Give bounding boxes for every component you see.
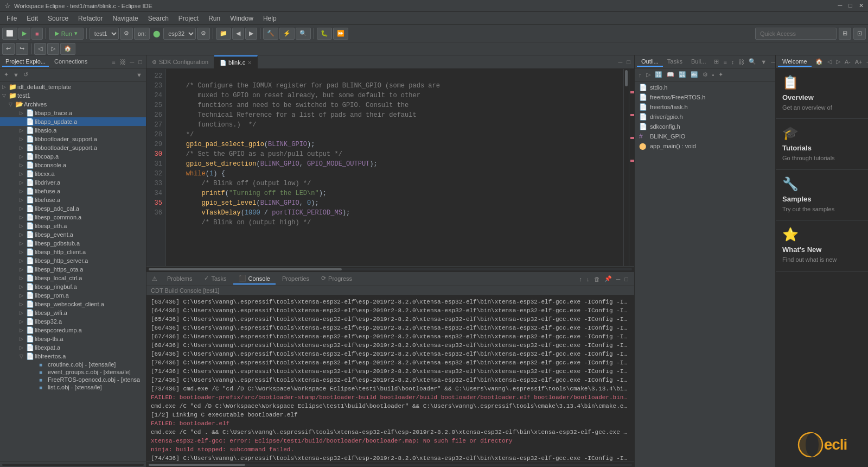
- otb9[interactable]: ✦: [717, 71, 725, 79]
- toggle-lib8[interactable]: ▷: [20, 171, 26, 176]
- otb5[interactable]: 🔣: [677, 71, 688, 79]
- otb4[interactable]: 📖: [665, 71, 676, 79]
- toggle-lib13[interactable]: ▷: [20, 214, 26, 220]
- toggle-lib7[interactable]: ▷: [20, 162, 26, 168]
- maximize-button[interactable]: □: [848, 2, 852, 9]
- outline-toolbar-3[interactable]: ↕: [730, 58, 736, 66]
- list-item[interactable]: ▷ 📄 libesp-tls.a: [0, 335, 146, 343]
- editor-scrollbar-v[interactable]: [623, 69, 629, 266]
- list-item[interactable]: ■ croutine.c.obj - [xtensa/le]: [0, 361, 146, 368]
- list-item[interactable]: 📄 libapp_update.a: [0, 117, 146, 126]
- quick-access-input[interactable]: [755, 28, 837, 40]
- view-menu-btn[interactable]: ⊞: [839, 28, 851, 40]
- list-item[interactable]: ▷ 📄 libcxx.a: [0, 169, 146, 178]
- list-item[interactable]: ▷ 📄 libesp_http_client.a: [0, 248, 146, 256]
- list-item[interactable]: ▷ 📄 libesp_eth.a: [0, 222, 146, 230]
- target-settings-btn[interactable]: ⚙: [197, 28, 210, 40]
- outline-item-app-main[interactable]: ⬤ app_main() : void: [635, 141, 775, 151]
- otb2[interactable]: ▷: [644, 71, 652, 79]
- list-item[interactable]: ■ event_groups.c.obj - [xtensa/le]: [0, 368, 146, 376]
- toggle-lib1[interactable]: ▷: [20, 110, 26, 116]
- list-item[interactable]: ▷ 📄 libesp_ringbuf.a: [0, 282, 146, 291]
- scroll-down-btn[interactable]: ▼: [135, 71, 144, 79]
- tb-nav-3[interactable]: ▶: [245, 28, 257, 40]
- run-button[interactable]: ▶ Run ▾: [49, 28, 84, 40]
- toggle-idf[interactable]: ▷: [2, 84, 9, 90]
- list-item[interactable]: ▷ 📄 libesp_websocket_client.a: [0, 300, 146, 308]
- toggle-lib19[interactable]: ▷: [20, 267, 26, 272]
- toolbar-btn-2[interactable]: ▶: [18, 28, 30, 40]
- bottom-clear-btn[interactable]: 🗑: [592, 275, 602, 283]
- welcome-font-inc-btn[interactable]: A+: [853, 58, 864, 66]
- menu-run[interactable]: Run: [204, 14, 225, 23]
- toggle-lib15[interactable]: ▷: [20, 232, 26, 237]
- list-item[interactable]: ▷ 📄 libesp32.a: [0, 317, 146, 326]
- tree-item-idf[interactable]: ▷ 📁 idf_default_template: [0, 83, 146, 91]
- list-item[interactable]: ▷ 📄 libesp_wifi.a: [0, 308, 146, 317]
- list-item[interactable]: ▷ 📄 libdriver.a: [0, 178, 146, 187]
- toggle-lib3[interactable]: ▷: [20, 128, 26, 133]
- otb1[interactable]: ↑: [637, 71, 643, 79]
- tab-tasks-right[interactable]: Tasks: [663, 57, 687, 67]
- welcome-fwd-btn[interactable]: ▷: [834, 58, 842, 66]
- tab-outline[interactable]: Outli...: [637, 57, 663, 67]
- tab-console[interactable]: ⬛ Console: [233, 273, 276, 285]
- tb-debug-1[interactable]: 🐛: [317, 28, 332, 40]
- tb-debug-2[interactable]: ⏩: [333, 28, 348, 40]
- welcome-back-btn[interactable]: ◁: [826, 58, 833, 66]
- menu-window[interactable]: Window: [226, 14, 258, 23]
- tab-progress[interactable]: ⟳ Progress: [316, 273, 358, 285]
- maximize-panel-btn[interactable]: ⊡: [853, 28, 866, 40]
- toggle-lib24[interactable]: ▷: [20, 310, 26, 315]
- toggle-lib18[interactable]: ▷: [20, 258, 26, 263]
- toggle-lib10[interactable]: ▷: [20, 188, 26, 194]
- bottom-scroll-up-btn[interactable]: ↑: [578, 275, 584, 283]
- toolbar-btn-1[interactable]: ⬜: [2, 28, 17, 40]
- list-item[interactable]: ▷ 📄 libesp_https_ota.a: [0, 265, 146, 274]
- editor-minimize-btn[interactable]: ─: [617, 58, 624, 66]
- toggle-lib14[interactable]: ▷: [20, 223, 26, 229]
- outline-toolbar-4[interactable]: ⛓: [737, 58, 746, 66]
- welcome-minimize-btn[interactable]: ─: [865, 58, 868, 66]
- toggle-lib26[interactable]: ▷: [20, 327, 26, 333]
- toolbar-btn-3[interactable]: ■: [31, 28, 43, 40]
- welcome-font-dec-btn[interactable]: A-: [843, 58, 852, 66]
- otb7[interactable]: ⚙: [701, 71, 710, 79]
- toggle-lib16[interactable]: ▷: [20, 241, 26, 246]
- outline-item-freertos[interactable]: 📄 freertos/FreeRTOS.h: [635, 92, 775, 102]
- toggle-lib11[interactable]: ▷: [20, 197, 26, 203]
- outline-toolbar-1[interactable]: ⊞: [712, 58, 720, 66]
- toggle-lib20[interactable]: ▷: [20, 275, 26, 281]
- list-item[interactable]: ▷ 📄 libbootloader_support.a: [0, 135, 146, 143]
- link-editor-btn[interactable]: ⛓: [118, 58, 127, 66]
- menu-help[interactable]: Help: [259, 14, 281, 23]
- tab-properties[interactable]: Properties: [277, 274, 315, 285]
- list-item[interactable]: ▷ 📄 libesp_common.a: [0, 213, 146, 222]
- bottom-maximize-btn[interactable]: □: [623, 275, 630, 283]
- list-item[interactable]: ■ FreeRTOS-openocd.c.obj - [xtensa: [0, 376, 146, 383]
- outline-toolbar-5[interactable]: 🔍: [747, 58, 758, 66]
- tab-tasks[interactable]: ✓ Tasks: [199, 273, 232, 285]
- menu-source[interactable]: Source: [43, 14, 73, 23]
- toggle-archives[interactable]: ▽: [9, 102, 15, 107]
- bottom-minimize-btn[interactable]: ─: [615, 275, 622, 283]
- outline-item-blink-gpio[interactable]: # BLINK_GPIO: [635, 131, 775, 141]
- toggle-lib28[interactable]: ▷: [20, 345, 26, 350]
- list-item[interactable]: ▷ 📄 libespcoredump.a: [0, 326, 146, 335]
- refresh-btn[interactable]: ↺: [22, 71, 30, 79]
- menu-project[interactable]: Project: [174, 14, 203, 23]
- toggle-lib9[interactable]: ▷: [20, 180, 26, 185]
- config-select[interactable]: test1: [90, 28, 119, 40]
- toggle-lib27[interactable]: ▷: [20, 336, 26, 342]
- target-select[interactable]: esp32: [163, 28, 196, 40]
- outline-toolbar-6[interactable]: ▼: [759, 58, 768, 66]
- list-item[interactable]: ■ list.c.obj - [xtensa/le]: [0, 383, 146, 391]
- list-item[interactable]: ▷ 📄 libesp_rom.a: [0, 291, 146, 300]
- minimize-button[interactable]: ─: [838, 2, 843, 9]
- otb6[interactable]: 🔤: [689, 71, 700, 79]
- welcome-home-btn[interactable]: 🏠: [814, 58, 825, 66]
- toggle-lib25[interactable]: ▷: [20, 319, 26, 324]
- tab-welcome[interactable]: Welcome: [778, 57, 812, 67]
- welcome-section-samples[interactable]: 🔧 Samples Try out the samples: [776, 170, 868, 220]
- new-btn[interactable]: ✦: [2, 71, 10, 79]
